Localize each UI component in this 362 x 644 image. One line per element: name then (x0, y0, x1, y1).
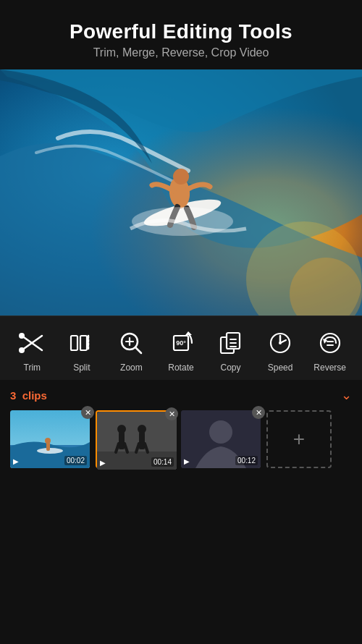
svg-point-45 (138, 425, 146, 433)
toolbar: Trim Split Zoom 90° (0, 315, 362, 380)
split-tool[interactable]: Split (61, 328, 103, 373)
clip-2-video-icon: ▶ (100, 459, 106, 467)
rotate-tool[interactable]: 90° Rotate (160, 328, 202, 373)
svg-point-4 (173, 169, 189, 185)
svg-point-11 (19, 347, 25, 353)
copy-icon (216, 328, 246, 358)
clip-1-close[interactable]: ✕ (81, 406, 94, 419)
svg-point-10 (19, 333, 25, 339)
zoom-tool[interactable]: Zoom (110, 328, 152, 373)
speed-tool[interactable]: Speed (259, 328, 301, 373)
clip-3-video-icon: ▶ (184, 457, 190, 465)
clips-header: 3 clips ⌄ (10, 387, 352, 403)
clip-3-thumb: ▶ 00:12 (181, 410, 261, 468)
trim-tool[interactable]: Trim (11, 328, 53, 373)
clips-count: 3 clips (10, 389, 47, 402)
clip-1[interactable]: ▶ 00:02 ✕ (10, 410, 90, 468)
speed-icon (265, 328, 295, 358)
clips-label: clips (22, 389, 47, 402)
svg-point-28 (279, 342, 282, 344)
video-preview (0, 69, 362, 315)
reverse-label: Reverse (313, 363, 346, 373)
clip-1-duration: 00:02 (64, 456, 87, 465)
video-scene (0, 69, 362, 315)
rotate-icon: 90° (166, 328, 196, 358)
zoom-icon (116, 328, 146, 358)
clip-1-thumb: ▶ 00:02 (10, 410, 90, 468)
split-icon (67, 328, 97, 358)
add-clip-button[interactable]: + (266, 410, 332, 468)
add-clip-plus-icon: + (293, 428, 305, 451)
clips-row: ▶ 00:02 ✕ (10, 410, 352, 468)
split-label: Split (73, 363, 90, 373)
reverse-tool[interactable]: Reverse (309, 328, 351, 373)
trim-icon (17, 328, 47, 358)
trim-label: Trim (24, 363, 41, 373)
svg-rect-13 (80, 336, 87, 350)
zoom-label: Zoom (120, 363, 143, 373)
svg-rect-44 (139, 432, 145, 449)
chevron-up-icon[interactable]: ⌄ (341, 387, 352, 403)
clip-2[interactable]: ▶ 00:14 ✕ (96, 410, 175, 468)
clip-2-close[interactable]: ✕ (165, 407, 178, 420)
speed-label: Speed (268, 363, 293, 373)
svg-line-16 (135, 347, 141, 353)
svg-rect-40 (119, 432, 125, 449)
reverse-icon (315, 328, 345, 358)
clip-1-video-icon: ▶ (13, 457, 19, 465)
rotate-label: Rotate (168, 363, 193, 373)
copy-tool[interactable]: Copy (210, 328, 252, 373)
svg-point-49 (209, 420, 232, 444)
page-subtitle: Trim, Merge, Reverse, Crop Video (14, 46, 348, 59)
svg-marker-30 (323, 339, 327, 344)
svg-marker-21 (185, 331, 192, 335)
clip-2-duration: 00:14 (151, 457, 174, 467)
svg-text:90°: 90° (176, 339, 186, 347)
svg-rect-12 (71, 336, 77, 350)
header: Powerful Editing Tools Trim, Merge, Reve… (0, 0, 362, 69)
clips-section: 3 clips ⌄ (0, 380, 362, 468)
copy-label: Copy (221, 363, 241, 373)
page-title: Powerful Editing Tools (14, 20, 348, 43)
clip-3-close[interactable]: ✕ (252, 406, 265, 419)
clip-2-thumb: ▶ 00:14 (97, 412, 177, 470)
clips-number: 3 (10, 389, 16, 402)
clip-3[interactable]: ▶ 00:12 ✕ (181, 410, 261, 468)
clip-3-duration: 00:12 (235, 456, 258, 465)
svg-point-37 (45, 438, 51, 444)
svg-point-41 (117, 425, 126, 433)
